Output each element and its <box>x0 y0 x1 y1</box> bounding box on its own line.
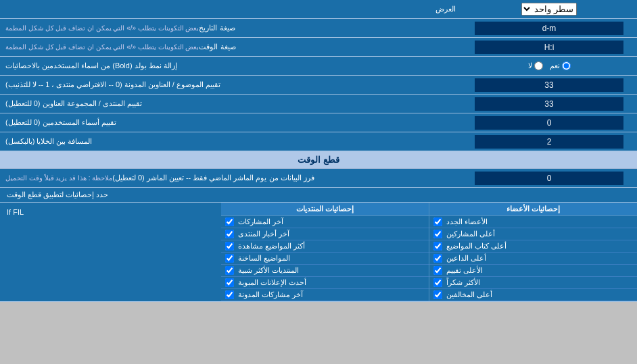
display-label: العرض <box>0 2 461 16</box>
checkbox-blog-posts[interactable] <box>225 290 234 299</box>
date-format-row: d-m صيغة التاريخ بعض التكوينات يتطلب «/»… <box>0 19 637 38</box>
stats-container: إحصائيات الأعضاء الأعضاء الجدد أعلى المش… <box>0 203 637 302</box>
stat-blog-posts: آخر مشاركات المدونة <box>221 289 429 301</box>
stats-forums-header: إحصائيات المنتديات <box>221 203 429 216</box>
bold-remove-input-cell: نعم لا <box>461 57 637 75</box>
cutoff-section-header: قطع الوقت <box>0 151 637 169</box>
bold-no-label[interactable]: لا <box>528 61 543 70</box>
stats-members-col: إحصائيات الأعضاء الأعضاء الجدد أعلى المش… <box>429 203 637 301</box>
checkbox-latest-news[interactable] <box>225 230 234 238</box>
display-mode-select[interactable]: سطر واحد سطران ثلاثة أسطر <box>521 3 577 16</box>
apply-row: حدد إحصائيات لتطبيق قطع الوقت <box>0 188 637 203</box>
stat-hot-topics: المواضيع الساخنة <box>221 253 429 265</box>
stat-top-inviters: أعلى الداعين <box>429 253 637 265</box>
users-order-input[interactable] <box>475 116 623 130</box>
bold-radio-group: نعم لا <box>521 61 577 70</box>
gap-label: المسافة بين الخلايا (بالبكسل) <box>0 132 461 151</box>
forum-order-input-cell <box>461 95 637 113</box>
bold-yes-radio[interactable] <box>562 61 571 70</box>
checkbox-top-inviters[interactable] <box>433 254 442 263</box>
bold-yes-label[interactable]: نعم <box>550 61 571 70</box>
gap-input-cell <box>461 132 637 151</box>
topics-order-input-cell <box>461 76 637 94</box>
bold-no-radio[interactable] <box>534 61 543 70</box>
stat-top-violators: أعلى المخالفين <box>429 289 637 301</box>
stats-forums-col: إحصائيات المنتديات آخر المشاركات آخر أخب… <box>221 203 429 301</box>
display-mode-row: سطر واحد سطران ثلاثة أسطر العرض <box>0 0 637 19</box>
checkbox-top-posters[interactable] <box>433 230 442 238</box>
checkbox-top-topic-writers[interactable] <box>433 242 442 251</box>
users-order-label: تقييم أسماء المستخدمين (0 للتعطيل) <box>0 113 461 132</box>
stat-most-thanked: الأكثر شكراً <box>429 277 637 289</box>
stat-top-rated: الأعلى تقييم <box>429 265 637 277</box>
date-format-label: صيغة التاريخ بعض التكوينات يتطلب «/» الت… <box>0 19 461 37</box>
time-format-input[interactable]: H:i <box>475 41 623 54</box>
stat-new-members: الأعضاء الجدد <box>429 216 637 228</box>
stat-latest-posts: آخر المشاركات <box>221 216 429 228</box>
users-order-input-cell <box>461 113 637 132</box>
bold-remove-row: نعم لا إزالة نمط بولد (Bold) من اسماء ال… <box>0 57 637 76</box>
topics-order-input[interactable] <box>475 78 623 92</box>
time-format-label: صيغة الوقت بعض التكوينات يتطلب «/» التي … <box>0 38 461 56</box>
forum-order-input[interactable] <box>475 97 623 111</box>
checkbox-top-violators[interactable] <box>433 290 442 299</box>
topics-order-row: تقييم الموضوع / العناوين المدونة (0 -- ا… <box>0 76 637 95</box>
stat-similar-forums: المنتديات الأكثر شبية <box>221 265 429 277</box>
topics-order-label: تقييم الموضوع / العناوين المدونة (0 -- ا… <box>0 76 461 94</box>
cutoff-days-row: فرز البيانات من يوم الماشر الماضي فقط --… <box>0 169 637 188</box>
users-order-row: تقييم أسماء المستخدمين (0 للتعطيل) <box>0 113 637 132</box>
checkbox-most-thanked[interactable] <box>433 278 442 287</box>
stats-members-header: إحصائيات الأعضاء <box>429 203 637 216</box>
stat-top-posters: أعلى المشاركين <box>429 228 637 240</box>
checkbox-hot-topics[interactable] <box>225 254 234 263</box>
stat-most-viewed: أكثر المواضيع مشاهدة <box>221 240 429 253</box>
checkbox-latest-posts[interactable] <box>225 217 234 226</box>
checkbox-top-rated[interactable] <box>433 266 442 275</box>
cutoff-days-input[interactable] <box>475 172 623 185</box>
checkbox-similar-forums[interactable] <box>225 266 234 275</box>
stat-latest-news: آخر أخبار المنتدى <box>221 228 429 240</box>
gap-row: المسافة بين الخلايا (بالبكسل) <box>0 132 637 151</box>
forum-order-label: تقييم المنتدى / المجموعة العناوين (0 للت… <box>0 95 461 113</box>
stats-label-area: If FIL <box>0 203 221 301</box>
display-mode-input-cell: سطر واحد سطران ثلاثة أسطر <box>461 1 637 18</box>
checkbox-most-viewed[interactable] <box>225 242 234 251</box>
bold-remove-label: إزالة نمط بولد (Bold) من اسماء المستخدمي… <box>0 57 461 75</box>
checkbox-latest-classifieds[interactable] <box>225 278 234 287</box>
main-container: سطر واحد سطران ثلاثة أسطر العرض d-m صيغة… <box>0 0 637 302</box>
checkbox-new-members[interactable] <box>433 217 442 226</box>
stat-latest-classifieds: أحدث الإعلانات المبوبة <box>221 277 429 289</box>
date-format-input[interactable]: d-m <box>475 22 623 35</box>
time-format-row: H:i صيغة الوقت بعض التكوينات يتطلب «/» ا… <box>0 38 637 57</box>
cutoff-days-input-cell <box>461 169 637 187</box>
time-format-input-cell: H:i <box>461 38 637 56</box>
forum-order-row: تقييم المنتدى / المجموعة العناوين (0 للت… <box>0 95 637 113</box>
cutoff-days-label: فرز البيانات من يوم الماشر الماضي فقط --… <box>0 169 461 187</box>
stat-top-topic-writers: أعلى كتاب المواضيع <box>429 240 637 253</box>
gap-input[interactable] <box>475 135 623 149</box>
date-format-input-cell: d-m <box>461 19 637 37</box>
